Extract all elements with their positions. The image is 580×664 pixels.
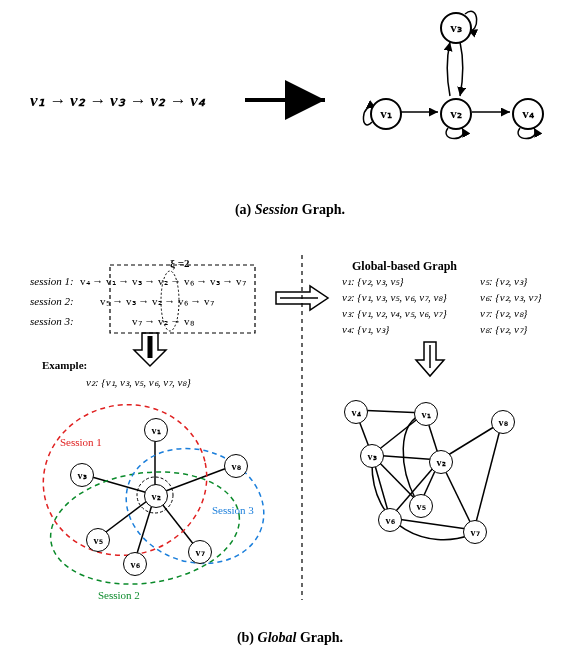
session1-seq: v₄ → v₁ → v₃ → v₂ → v₆ → v₃ → v₇ [80,274,246,289]
svg-line-28 [474,422,502,530]
adj-v3: v₃: {v₁, v₂, v₄, v₅, v₆, v₇} [342,306,447,321]
adj-v8: v₈: {v₂, v₇} [480,322,527,337]
sess1-label: Session 1 [60,435,102,450]
adj-v1: v₁: {v₂, v₃, v₅} [342,274,404,289]
adj-v2: v₂: {v₁, v₃, v₅, v₆, v₇, v₈} [342,290,447,305]
left-node-v3: v₃ [70,463,94,487]
caption-b: (b) Global Graph. [0,630,580,646]
node-v2: v₂ [440,98,472,130]
sess2-label: Session 2 [98,588,140,603]
right-node-v3: v₃ [360,444,384,468]
left-node-v5: v₅ [86,528,110,552]
example-label: Example: [42,358,87,373]
xi-label: ξ =2 [170,256,189,271]
node-v3: v₃ [440,12,472,44]
session1-label: session 1: [30,274,74,289]
left-node-v8: v₈ [224,454,248,478]
session3-label: session 3: [30,314,74,329]
svg-line-27 [390,518,474,530]
panel-session-graph: v₁ → v₂ → v₃ → v₂ → v₄ v₁ v₂ v₃ v₄ [0,0,580,240]
node-v4: v₄ [512,98,544,130]
right-node-v6: v₆ [378,508,402,532]
left-node-v6: v₆ [123,552,147,576]
right-node-v8: v₈ [491,410,515,434]
adj-v5: v₅: {v₂, v₃} [480,274,527,289]
right-node-v7: v₇ [463,520,487,544]
adj-v6: v₆: {v₂, v₃, v₇} [480,290,542,305]
sequence-text: v₁ → v₂ → v₃ → v₂ → v₄ [30,90,205,111]
session2-seq: v₅ → v₃ → v₂ → v₆ → v₇ [100,294,214,309]
sess3-label: Session 3 [212,503,254,518]
session2-label: session 2: [30,294,74,309]
global-title: Global-based Graph [352,258,457,274]
left-node-v2: v₂ [144,484,168,508]
adj-v4: v₄: {v₁, v₃} [342,322,389,337]
node-v1: v₁ [370,98,402,130]
right-node-v5: v₅ [409,494,433,518]
right-node-v4: v₄ [344,400,368,424]
right-node-v1: v₁ [414,402,438,426]
adj-v7: v₇: {v₂, v₈} [480,306,527,321]
caption-a: (a) Session Graph. [0,202,580,218]
left-node-v7: v₇ [188,540,212,564]
session3-seq: v₇ → v₂ → v₈ [132,314,194,329]
example-text: v₂: {v₁, v₃, v₅, v₆, v₇, v₈} [86,375,191,390]
left-node-v1: v₁ [144,418,168,442]
right-node-v2: v₂ [429,450,453,474]
panel-global-graph: ξ =2 session 1: v₄ → v₁ → v₃ → v₂ → v₆ →… [0,250,580,664]
